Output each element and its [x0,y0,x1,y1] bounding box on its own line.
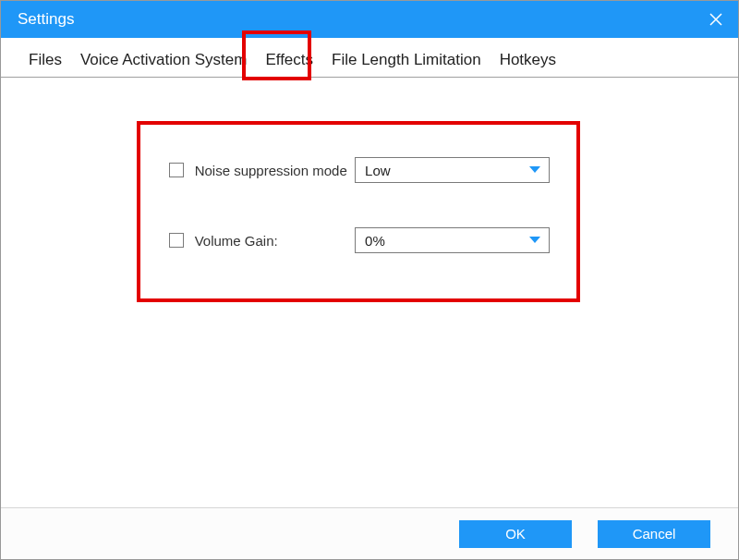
tab-label: File Length Limitation [332,51,481,68]
tab-voice-activation-system[interactable]: Voice Activation System [71,47,256,79]
volume-gain-checkbox[interactable] [169,233,184,248]
noise-suppression-checkbox[interactable] [169,163,184,177]
volume-gain-label: Volume Gain: [195,233,355,249]
tab-files[interactable]: Files [19,47,71,79]
cancel-button[interactable]: Cancel [598,520,710,548]
noise-suppression-select[interactable]: Low [355,157,550,183]
window-title: Settings [18,10,74,29]
settings-window: Settings Files Voice Activation System E… [0,0,739,560]
noise-suppression-label: Noise suppression mode [195,163,355,178]
footer: OK Cancel [1,507,738,559]
volume-gain-value: 0% [365,233,385,249]
tab-bar: Files Voice Activation System Effects Fi… [1,38,738,78]
tab-label: Hotkeys [500,51,556,68]
tab-label: Effects [265,51,313,68]
content-area: Noise suppression mode Low Volume Gain: … [1,78,738,507]
tab-hotkeys[interactable]: Hotkeys [491,47,565,79]
noise-suppression-row: Noise suppression mode Low [169,157,550,183]
volume-gain-select[interactable]: 0% [355,227,550,253]
chevron-down-icon [528,165,541,175]
tab-label: Files [29,51,62,68]
ok-button[interactable]: OK [459,520,572,548]
close-icon[interactable] [707,10,725,29]
tab-label: Voice Activation System [80,51,247,68]
tab-effects[interactable]: Effects [256,47,322,79]
chevron-down-icon [528,236,541,245]
effects-panel: Noise suppression mode Low Volume Gain: … [138,124,581,305]
titlebar: Settings [1,1,738,38]
volume-gain-row: Volume Gain: 0% [169,227,550,253]
noise-suppression-value: Low [365,163,391,178]
tab-file-length-limitation[interactable]: File Length Limitation [322,47,491,79]
